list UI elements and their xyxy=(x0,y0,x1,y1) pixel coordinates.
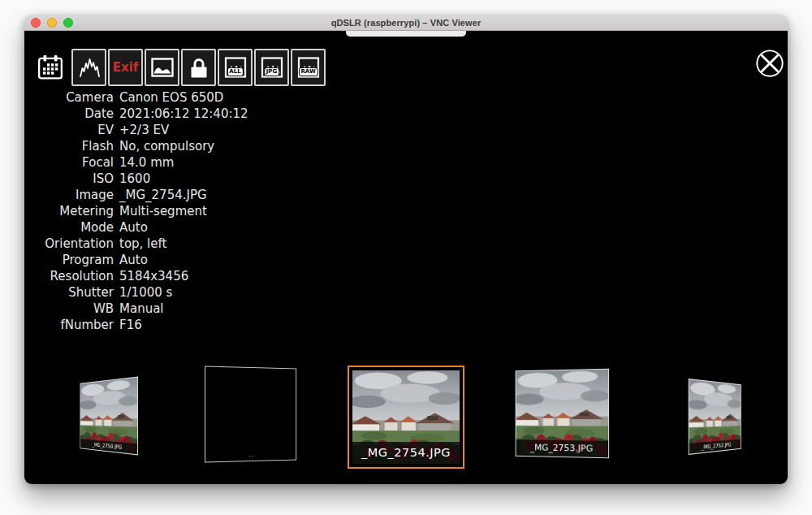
window-title: qDSLR (raspberrypi) – VNC Viewer xyxy=(24,18,788,28)
thumbnail-photo: _MG_2754.JPG xyxy=(352,370,460,464)
exif-label: ISO xyxy=(36,171,114,187)
exif-row: ProgramAuto xyxy=(36,252,248,268)
image-icon xyxy=(150,55,175,80)
exif-value: Multi-segment xyxy=(119,203,248,219)
image-view-button[interactable] xyxy=(145,49,179,86)
filmstrip-thumbnail-selected[interactable]: _MG_2754.JPG xyxy=(348,366,464,469)
exif-value: 2021:06:12 12:40:12 xyxy=(119,106,248,122)
exif-row: MeteringMulti-segment xyxy=(36,203,248,219)
exif-label: WB xyxy=(36,301,114,317)
exif-value: No, compulsory xyxy=(119,138,248,154)
exif-label: Camera xyxy=(36,89,114,106)
exif-row: Date2021:06:12 12:40:12 xyxy=(36,106,248,122)
exif-value: 14.0 mm xyxy=(119,154,248,171)
filter-raw-label: RAW xyxy=(298,67,317,76)
exif-value: Canon EOS 650D xyxy=(119,89,248,106)
exif-label: Flash xyxy=(36,138,114,154)
exif-value: _MG_2754.JPG xyxy=(119,187,248,203)
exif-row: EV+2/3 EV xyxy=(36,122,248,138)
exif-value: 1600 xyxy=(119,171,248,187)
close-window-button[interactable] xyxy=(31,18,41,28)
histogram-icon xyxy=(77,55,102,80)
filter-jpg-label: JPG xyxy=(264,67,279,76)
thumbnail-filename: _MG_2754.JPG xyxy=(352,442,460,464)
zoom-window-button[interactable] xyxy=(63,18,73,28)
exif-button[interactable]: Exif xyxy=(108,49,143,86)
exif-label: Date xyxy=(36,106,114,122)
screenshot-stage: qDSLR (raspberrypi) – VNC Viewer xyxy=(0,0,812,515)
vnc-toolbar-tab[interactable] xyxy=(346,31,466,37)
exif-label: Shutter xyxy=(36,284,114,301)
filmstrip-thumbnail[interactable]: _MG_2753.JPG xyxy=(516,369,609,459)
exif-row: ISO1600 xyxy=(36,171,248,187)
lock-icon xyxy=(187,55,211,80)
histogram-button[interactable] xyxy=(71,49,106,86)
exif-row: WBManual xyxy=(36,301,248,317)
vnc-viewer-window: qDSLR (raspberrypi) – VNC Viewer xyxy=(24,15,788,484)
exif-value: F16 xyxy=(119,317,248,333)
exif-panel: CameraCanon EOS 650D Date2021:06:12 12:4… xyxy=(36,89,248,333)
minimize-window-button[interactable] xyxy=(47,18,57,28)
thumbnail-photo: _MG_2752.JPG xyxy=(689,379,741,455)
thumbnail-filename: .. xyxy=(205,449,296,459)
traffic-lights xyxy=(31,18,73,28)
exif-row: ModeAuto xyxy=(36,219,248,236)
calendar-icon xyxy=(37,54,63,80)
exif-label: Metering xyxy=(36,203,114,219)
window-titlebar: qDSLR (raspberrypi) – VNC Viewer xyxy=(24,15,788,31)
calendar-button[interactable] xyxy=(32,49,67,86)
filter-raw-button[interactable]: RAW xyxy=(291,49,326,86)
app-close-button[interactable] xyxy=(754,48,785,79)
exif-row: Image_MG_2754.JPG xyxy=(36,187,248,203)
exif-value: 1/1000 s xyxy=(119,284,248,301)
toolbar: Exif xyxy=(32,49,327,86)
exif-value: 5184x3456 xyxy=(119,268,248,284)
exif-row: Shutter1/1000 s xyxy=(36,284,248,301)
exif-row: FlashNo, compulsory xyxy=(36,138,248,154)
exif-row: Orientationtop, left xyxy=(36,236,248,252)
exif-button-label: Exif xyxy=(113,60,139,75)
exif-value: Auto xyxy=(119,252,248,268)
exif-value: Manual xyxy=(119,301,248,317)
filter-all-label: ALL xyxy=(227,67,243,76)
exif-value: Auto xyxy=(119,219,248,236)
exif-label: fNumber xyxy=(36,317,114,333)
thumbnail-photo: _MG_2753.JPG xyxy=(516,369,609,459)
exif-row: Focal14.0 mm xyxy=(36,154,248,171)
filmstrip-thumbnail[interactable]: _MG_2750.JPG xyxy=(80,377,139,456)
exif-label: Image xyxy=(36,187,114,203)
exif-row: fNumberF16 xyxy=(36,317,248,333)
lock-button[interactable] xyxy=(181,49,216,86)
exif-label: EV xyxy=(36,122,114,138)
exif-value: top, left xyxy=(119,236,248,252)
filmstrip-thumbnail-empty[interactable]: .. xyxy=(205,366,296,463)
thumbnail-filename: _MG_2753.JPG xyxy=(516,439,609,457)
exif-label: Focal xyxy=(36,154,114,171)
filmstrip-thumbnail[interactable]: _MG_2752.JPG xyxy=(689,379,741,455)
exif-label: Orientation xyxy=(36,236,114,252)
close-icon xyxy=(754,67,785,82)
exif-row: Resolution5184x3456 xyxy=(36,268,248,284)
exif-value: +2/3 EV xyxy=(119,122,248,138)
exif-label: Program xyxy=(36,252,114,268)
exif-label: Mode xyxy=(36,219,114,236)
app-content: Exif xyxy=(24,31,788,484)
exif-label: Resolution xyxy=(36,268,114,284)
exif-row: CameraCanon EOS 650D xyxy=(36,89,248,106)
thumbnail-photo: _MG_2750.JPG xyxy=(80,377,139,456)
filter-jpg-button[interactable]: JPG xyxy=(254,49,289,86)
filter-all-button[interactable]: ALL xyxy=(218,49,253,86)
